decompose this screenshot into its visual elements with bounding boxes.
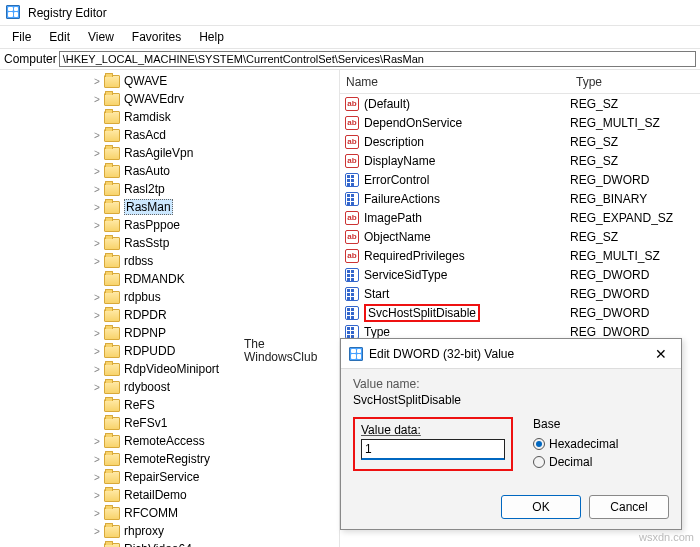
value-row[interactable]: abDescriptionREG_SZ [340, 132, 700, 151]
value-name: SvcHostSplitDisable [353, 393, 669, 407]
tree-item-refs[interactable]: ReFS [0, 396, 339, 414]
menu-file[interactable]: File [4, 28, 39, 46]
cancel-button[interactable]: Cancel [589, 495, 669, 519]
tree-item-rdpdr[interactable]: >RDPDR [0, 306, 339, 324]
tree-item-raspppoe[interactable]: >RasPppoe [0, 216, 339, 234]
chevron-right-icon[interactable]: > [90, 436, 104, 447]
chevron-right-icon[interactable]: > [90, 454, 104, 465]
folder-icon [104, 93, 120, 106]
tree-item-rdyboost[interactable]: >rdyboost [0, 378, 339, 396]
list-header: Name Type [340, 70, 700, 94]
menu-view[interactable]: View [80, 28, 122, 46]
tree-item-label: RemoteRegistry [124, 452, 210, 466]
tree-item-retaildemo[interactable]: >RetailDemo [0, 486, 339, 504]
tree-item-remoteaccess[interactable]: >RemoteAccess [0, 432, 339, 450]
tree-item-rasagilevpn[interactable]: >RasAgileVpn [0, 144, 339, 162]
tree-item-rasacd[interactable]: >RasAcd [0, 126, 339, 144]
value-name-cell: Type [364, 325, 570, 339]
value-row[interactable]: abRequiredPrivilegesREG_MULTI_SZ [340, 246, 700, 265]
value-row[interactable]: StartREG_DWORD [340, 284, 700, 303]
value-row[interactable]: abObjectNameREG_SZ [340, 227, 700, 246]
tree-item-rdpbus[interactable]: >rdpbus [0, 288, 339, 306]
value-data-group: Value data: [353, 417, 513, 471]
close-icon[interactable]: ✕ [649, 346, 673, 362]
string-value-icon: ab [345, 135, 359, 149]
col-name[interactable]: Name [340, 75, 570, 89]
menu-edit[interactable]: Edit [41, 28, 78, 46]
value-row[interactable]: ab(Default)REG_SZ [340, 94, 700, 113]
tree-item-rassstp[interactable]: >RasSstp [0, 234, 339, 252]
tree-item-label: Rasl2tp [124, 182, 165, 196]
tree-item-label: rdpbus [124, 290, 161, 304]
chevron-right-icon[interactable]: > [90, 328, 104, 339]
chevron-right-icon[interactable]: > [90, 94, 104, 105]
value-row[interactable]: abImagePathREG_EXPAND_SZ [340, 208, 700, 227]
address-path[interactable]: \HKEY_LOCAL_MACHINE\SYSTEM\CurrentContro… [59, 51, 696, 67]
value-row[interactable]: ErrorControlREG_DWORD [340, 170, 700, 189]
chevron-right-icon[interactable]: > [90, 526, 104, 537]
string-value-icon: ab [345, 230, 359, 244]
chevron-right-icon[interactable]: > [90, 238, 104, 249]
folder-icon [104, 381, 120, 394]
tree-item-rhproxy[interactable]: >rhproxy [0, 522, 339, 540]
value-type-cell: REG_MULTI_SZ [570, 116, 690, 130]
dword-value-icon [345, 192, 359, 206]
tree-item-rasauto[interactable]: >RasAuto [0, 162, 339, 180]
chevron-right-icon[interactable]: > [90, 220, 104, 231]
value-data-input[interactable] [361, 439, 505, 460]
folder-icon [104, 543, 120, 548]
ok-button[interactable]: OK [501, 495, 581, 519]
string-value-icon: ab [345, 97, 359, 111]
value-row[interactable]: ServiceSidTypeREG_DWORD [340, 265, 700, 284]
tree-item-qwavedrv[interactable]: >QWAVEdrv [0, 90, 339, 108]
value-row[interactable]: abDisplayNameREG_SZ [340, 151, 700, 170]
value-row[interactable]: SvcHostSplitDisableREG_DWORD [340, 303, 700, 322]
folder-icon [104, 291, 120, 304]
folder-icon [104, 435, 120, 448]
titlebar: Registry Editor [0, 0, 700, 26]
radio-hexadecimal[interactable]: Hexadecimal [533, 435, 618, 453]
chevron-right-icon[interactable]: > [90, 472, 104, 483]
tree-item-rasl2tp[interactable]: >Rasl2tp [0, 180, 339, 198]
tree-item-qwave[interactable]: >QWAVE [0, 72, 339, 90]
folder-icon [104, 237, 120, 250]
registry-tree[interactable]: >QWAVE>QWAVEdrvRamdisk>RasAcd>RasAgileVp… [0, 70, 340, 547]
tree-item-repairservice[interactable]: >RepairService [0, 468, 339, 486]
chevron-right-icon[interactable]: > [90, 292, 104, 303]
dword-value-icon [345, 287, 359, 301]
chevron-right-icon[interactable]: > [90, 346, 104, 357]
menu-favorites[interactable]: Favorites [124, 28, 189, 46]
tree-item-refsv1[interactable]: ReFSv1 [0, 414, 339, 432]
chevron-right-icon[interactable]: > [90, 202, 104, 213]
tree-item-label: RetailDemo [124, 488, 187, 502]
tree-item-rdbss[interactable]: >rdbss [0, 252, 339, 270]
chevron-right-icon[interactable]: > [90, 148, 104, 159]
tree-item-rfcomm[interactable]: >RFCOMM [0, 504, 339, 522]
tree-item-label: RasMan [124, 199, 173, 215]
chevron-right-icon[interactable]: > [90, 310, 104, 321]
chevron-right-icon[interactable]: > [90, 508, 104, 519]
value-row[interactable]: FailureActionsREG_BINARY [340, 189, 700, 208]
chevron-right-icon[interactable]: > [90, 184, 104, 195]
tree-item-label: RasAgileVpn [124, 146, 193, 160]
folder-icon [104, 201, 120, 214]
menu-help[interactable]: Help [191, 28, 232, 46]
tree-item-label: RDPUDD [124, 344, 175, 358]
chevron-right-icon[interactable]: > [90, 364, 104, 375]
tree-item-ramdisk[interactable]: Ramdisk [0, 108, 339, 126]
chevron-right-icon[interactable]: > [90, 166, 104, 177]
chevron-right-icon[interactable]: > [90, 130, 104, 141]
chevron-right-icon[interactable]: > [90, 256, 104, 267]
tree-item-richvideo64[interactable]: RichVideo64 [0, 540, 339, 547]
value-name-cell: ImagePath [364, 211, 570, 225]
chevron-right-icon[interactable]: > [90, 490, 104, 501]
value-row[interactable]: abDependOnServiceREG_MULTI_SZ [340, 113, 700, 132]
value-name-cell: FailureActions [364, 192, 570, 206]
tree-item-remoteregistry[interactable]: >RemoteRegistry [0, 450, 339, 468]
col-type[interactable]: Type [570, 75, 690, 89]
chevron-right-icon[interactable]: > [90, 76, 104, 87]
radio-decimal[interactable]: Decimal [533, 453, 618, 471]
tree-item-rasman[interactable]: >RasMan [0, 198, 339, 216]
tree-item-rdmandk[interactable]: RDMANDK [0, 270, 339, 288]
chevron-right-icon[interactable]: > [90, 382, 104, 393]
